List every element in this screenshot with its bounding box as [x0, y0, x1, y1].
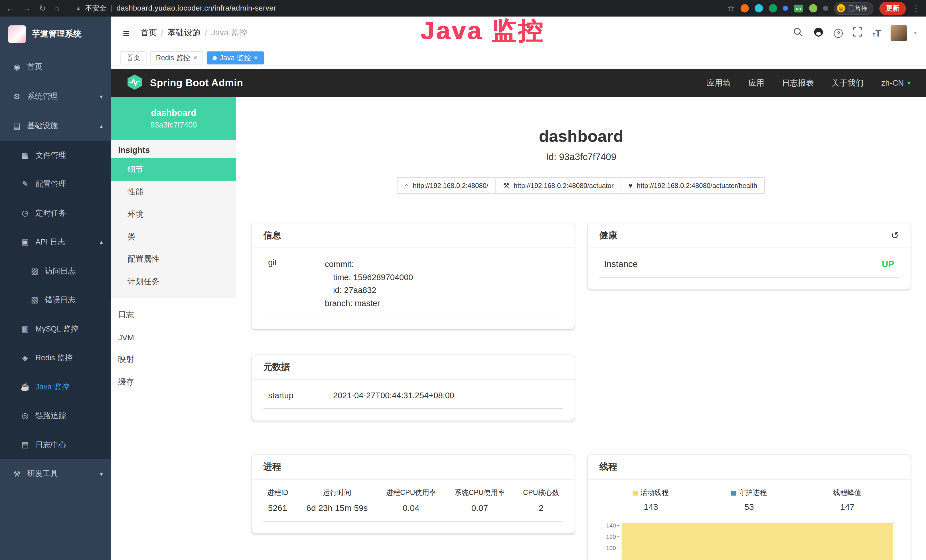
- stat-label: CPU核心数: [523, 488, 559, 498]
- paused-label: 已暂停: [848, 4, 867, 12]
- tab-home[interactable]: 首页: [120, 51, 146, 65]
- sba-menu-mappings[interactable]: 映射: [111, 349, 236, 371]
- metadata-key: startup: [268, 390, 333, 400]
- page-title: dashboard: [236, 126, 926, 146]
- sba-menu-logs[interactable]: 日志: [111, 304, 236, 326]
- sidebar-item-file-management[interactable]: ▦ 文件管理: [0, 141, 111, 170]
- card-title: 元数据: [263, 362, 290, 372]
- fullscreen-icon[interactable]: [853, 27, 862, 39]
- sidebar-item-tracing[interactable]: ◎ 链路追踪: [0, 401, 111, 430]
- sidebar-item-label: Java 监控: [35, 381, 69, 392]
- sidebar-item-infrastructure[interactable]: ▤ 基础设施 ▴: [0, 111, 111, 141]
- tab-java-monitor[interactable]: Java 监控 ×: [207, 51, 264, 65]
- breadcrumb-current: Java 监控: [211, 28, 247, 38]
- tab-redis-monitor[interactable]: Redis 监控 ×: [150, 51, 203, 65]
- y-tick: 100: [606, 544, 616, 551]
- sba-nav-about[interactable]: 关于我们: [832, 77, 864, 88]
- sba-menu-metrics[interactable]: 性能: [111, 181, 236, 203]
- sidebar-item-access-logs[interactable]: ▨ 访问日志: [0, 256, 111, 285]
- sidebar-item-mysql-monitor[interactable]: ▥ MySQL 监控: [0, 314, 111, 343]
- sba-nav-journal[interactable]: 日志报表: [782, 77, 814, 88]
- breadcrumb-home[interactable]: 首页: [140, 28, 157, 38]
- sidebar-item-error-logs[interactable]: ▧ 错误日志: [0, 285, 111, 314]
- menu-label: 计划任务: [127, 277, 159, 287]
- font-size-icon[interactable]: тT: [872, 28, 881, 38]
- back-icon[interactable]: ←: [6, 4, 14, 12]
- legend-label: 活动线程: [640, 488, 669, 498]
- avatar[interactable]: [891, 25, 908, 41]
- close-icon[interactable]: ×: [254, 54, 258, 62]
- sidebar-item-label: 错误日志: [45, 294, 76, 305]
- menu-label: 细节: [127, 164, 144, 175]
- history-icon[interactable]: ↺: [891, 230, 899, 241]
- metadata-row: startup 2021-04-27T00:44:31.254+08:00: [263, 388, 563, 409]
- avatar-caret-icon: ▾: [914, 30, 916, 36]
- info-value: commit: time: 1596289704000 id: 27aa832 …: [325, 257, 558, 310]
- extension-icon-blue-grid[interactable]: [783, 6, 788, 11]
- extension-on-badge[interactable]: on: [794, 5, 803, 12]
- live-threads-area: [622, 524, 893, 560]
- sidebar-item-system-management[interactable]: ⚙ 系统管理 ▾: [0, 82, 111, 111]
- extension-icon-leaf[interactable]: [809, 4, 817, 12]
- stat-value: 5261: [267, 503, 288, 513]
- sba-menu-scheduled-tasks[interactable]: 计划任务: [111, 271, 236, 293]
- extensions-puzzle-icon[interactable]: [823, 6, 828, 11]
- threads-chart-yaxis: 140 120 100: [602, 522, 620, 560]
- sba-menu-caches[interactable]: 缓存: [111, 371, 236, 394]
- sba-menu-environment[interactable]: 环境: [111, 203, 236, 226]
- sba-menu-config-props[interactable]: 配置属性: [111, 248, 236, 271]
- health-instance-row[interactable]: Instance UP: [599, 256, 899, 278]
- sba-content: dashboard Id: 93a3fc7f7409 ⌂ http://192.…: [236, 97, 926, 560]
- reload-icon[interactable]: ↻: [39, 4, 46, 12]
- update-button[interactable]: 更新: [879, 2, 906, 15]
- forward-icon[interactable]: →: [23, 4, 31, 12]
- bookmark-star-icon[interactable]: ☆: [727, 4, 735, 12]
- sba-nav: 应用墙 应用 日志报表 关于我们 zh-CN ▾: [707, 77, 911, 88]
- tag-tabbar: 首页 Redis 监控 × Java 监控 ×: [111, 50, 926, 66]
- menu-label: 环境: [127, 209, 144, 219]
- error-log-icon: ▧: [30, 295, 39, 304]
- main-area: ≡ 首页 / 基础设施 / Java 监控 ?: [111, 17, 926, 560]
- health-url-link[interactable]: ♥ http://192.168.0.2:48080/actuator/heal…: [621, 177, 765, 194]
- browser-menu-icon[interactable]: ⋮: [912, 4, 920, 12]
- sba-menu-jvm[interactable]: JVM: [111, 326, 236, 349]
- extension-icon-teal[interactable]: [755, 4, 763, 12]
- extension-icon-green[interactable]: [769, 4, 777, 12]
- sidebar-item-label: 链路追踪: [35, 410, 66, 421]
- not-secure-label: 不安全: [85, 3, 106, 13]
- home-icon[interactable]: ⌂: [54, 4, 59, 12]
- sba-brand: Spring Boot Admin: [150, 77, 243, 89]
- extension-icon-orange[interactable]: [741, 4, 749, 12]
- y-tick: 120: [606, 533, 616, 540]
- stat-value: 0.04: [386, 503, 436, 513]
- sidebar-item-api-logs[interactable]: ▣ API 日志 ▴: [0, 227, 111, 256]
- sidebar-item-log-center[interactable]: ▤ 日志中心: [0, 430, 111, 459]
- url-text: dashboard.yudao.iocoder.cn/infra/admin-s…: [117, 4, 276, 12]
- sidebar-item-home[interactable]: ◉ 首页: [0, 52, 111, 82]
- sba-menu-classes[interactable]: 类: [111, 226, 236, 248]
- sba-nav-wallboard[interactable]: 应用墙: [707, 77, 731, 88]
- metadata-card-header: 元数据: [251, 355, 575, 380]
- search-icon[interactable]: [793, 27, 803, 39]
- service-url-link[interactable]: ⌂ http://192.168.0.2:48080/: [397, 177, 496, 194]
- actuator-url-link[interactable]: ⚒ http://192.168.0.2:48080/actuator: [495, 177, 622, 194]
- sidebar-item-dev-tools[interactable]: ⚒ 研发工具 ▾: [0, 459, 111, 489]
- github-icon[interactable]: [813, 27, 824, 40]
- info-key: git: [268, 257, 325, 310]
- menu-label: 配置属性: [127, 254, 159, 265]
- profile-paused-chip[interactable]: ☺ 已暂停: [834, 2, 873, 14]
- sidebar-item-java-monitor[interactable]: ☕ Java 监控: [0, 372, 111, 401]
- breadcrumb-infrastructure[interactable]: 基础设施: [167, 28, 200, 38]
- close-icon[interactable]: ×: [193, 54, 197, 62]
- sidebar-fold-icon[interactable]: ≡: [123, 26, 130, 40]
- sba-nav-applications[interactable]: 应用: [748, 77, 764, 88]
- stat-label: 进程ID: [267, 488, 288, 498]
- sba-language-select[interactable]: zh-CN ▾: [881, 79, 911, 87]
- sidebar-item-label: 访问日志: [45, 266, 76, 276]
- sidebar-item-scheduled-jobs[interactable]: ◷ 定时任务: [0, 198, 111, 227]
- sidebar-item-config-management[interactable]: ✎ 配置管理: [0, 170, 111, 198]
- address-bar[interactable]: ▲ 不安全 | dashboard.yudao.iocoder.cn/infra…: [76, 3, 276, 13]
- help-icon[interactable]: ?: [834, 29, 843, 37]
- sidebar-item-redis-monitor[interactable]: ◈ Redis 监控: [0, 343, 111, 372]
- sba-menu-details[interactable]: 细节: [111, 158, 236, 181]
